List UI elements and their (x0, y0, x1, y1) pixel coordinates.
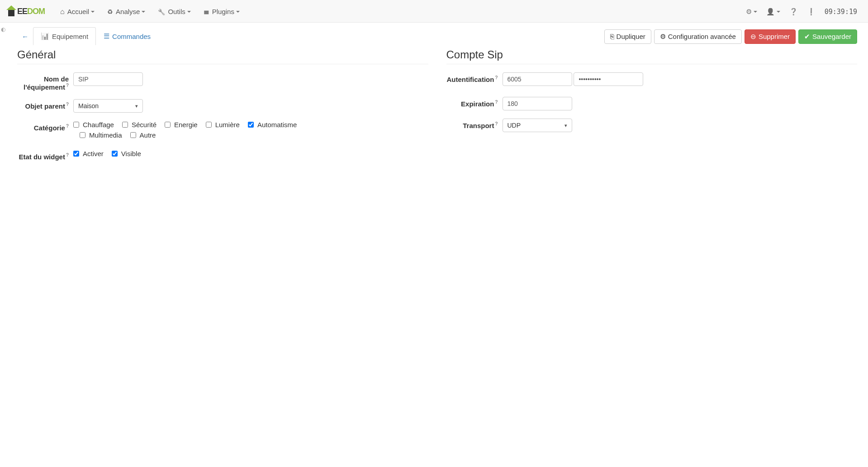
duplicate-button[interactable]: Dupliquer (604, 29, 651, 44)
tab-label: Commandes (112, 33, 151, 40)
equipment-name-input[interactable] (73, 72, 143, 86)
gear-icon (746, 8, 752, 16)
checkbox[interactable] (73, 122, 79, 128)
minus-circle-icon (750, 33, 756, 41)
checkbox-label: Lumière (215, 121, 240, 129)
section-title-general: Général (17, 48, 428, 64)
category-multimedia[interactable]: Multimedia (80, 131, 122, 139)
category-autre[interactable]: Autre (130, 131, 156, 139)
label-widget-state: Etat du widget? (17, 150, 73, 161)
sidebar-toggle-icon[interactable] (1, 26, 5, 33)
content: Général Nom de l'équipement? Objet paren… (17, 48, 857, 169)
logo[interactable]: EEDOM (6, 7, 45, 17)
button-label: Supprimer (759, 33, 790, 40)
transport-select[interactable]: UDP (503, 119, 572, 132)
section-title-sip: Compte Sip (446, 48, 858, 64)
delete-button[interactable]: Supprimer (745, 29, 796, 44)
help-icon[interactable]: ? (495, 100, 498, 105)
auth-pass-input[interactable] (574, 72, 643, 86)
category-chauffage[interactable]: Chauffage (73, 121, 114, 129)
help-icon[interactable]: ? (66, 152, 69, 157)
nav-outils[interactable]: Outils (152, 1, 197, 22)
category-securite[interactable]: Sécurité (122, 121, 157, 129)
state-visible[interactable]: Visible (112, 150, 141, 157)
checkbox-label: Energie (174, 121, 198, 129)
user-menu[interactable] (762, 8, 785, 16)
checkbox-label: Chauffage (83, 121, 114, 129)
nav-label: Accueil (67, 8, 89, 15)
checkbox[interactable] (248, 122, 254, 128)
label-authentication: Autentification? (446, 72, 503, 83)
sip-section: Compte Sip Autentification? Expiration? … (446, 48, 858, 169)
help-icon[interactable]: ? (495, 121, 498, 126)
category-automatisme[interactable]: Automatisme (248, 121, 297, 129)
state-checkboxes: Activer Visible (73, 150, 428, 160)
help-icon[interactable]: ? (495, 75, 498, 80)
help-icon[interactable]: ? (66, 124, 69, 129)
help-icon (789, 8, 798, 16)
state-activer[interactable]: Activer (73, 150, 104, 157)
analyse-icon (107, 8, 113, 15)
action-bar: Equipement Commandes Dupliquer Configura… (17, 27, 857, 46)
checkbox[interactable] (80, 132, 85, 138)
checkbox[interactable] (206, 122, 212, 128)
list-icon (104, 32, 109, 40)
warning-icon (807, 8, 816, 16)
warning-button[interactable] (802, 8, 820, 16)
checkbox-label: Visible (121, 150, 141, 157)
dashboard-icon (41, 32, 49, 40)
row-category: Catégorie? Chauffage Sécurité Energie Lu… (17, 121, 428, 142)
plugins-icon (204, 8, 209, 16)
home-icon (60, 8, 65, 16)
tab-label: Equipement (52, 33, 88, 40)
nav-plugins[interactable]: Plugins (197, 1, 246, 22)
category-energie[interactable]: Energie (165, 121, 198, 129)
logo-text-1: EE (17, 7, 27, 16)
advanced-config-button[interactable]: Configuration avancée (654, 29, 742, 44)
back-icon (22, 33, 28, 40)
row-widget-state: Etat du widget? Activer Visible (17, 150, 428, 161)
user-icon (766, 8, 775, 16)
checkbox-label: Sécurité (132, 121, 157, 129)
help-button[interactable] (785, 8, 802, 16)
chevron-down-icon (187, 11, 191, 13)
category-checkboxes: Chauffage Sécurité Energie Lumière Autom… (73, 121, 428, 142)
label-transport: Transport? (446, 119, 503, 129)
chevron-down-icon (754, 11, 757, 13)
clock: 09:39:19 (820, 8, 862, 16)
help-icon[interactable]: ? (66, 83, 69, 88)
checkbox[interactable] (122, 122, 128, 128)
checkbox[interactable] (112, 151, 118, 157)
wrench-icon (158, 8, 165, 15)
checkbox-label: Autre (140, 131, 156, 139)
parent-object-select[interactable]: Maison (73, 99, 143, 113)
checkbox[interactable] (130, 132, 136, 138)
nav-items: Accueil Analyse Outils Plugins (54, 1, 246, 22)
settings-menu[interactable] (741, 8, 762, 16)
row-parent-object: Objet parent? Maison (17, 99, 428, 113)
nav-accueil[interactable]: Accueil (54, 1, 101, 22)
help-icon[interactable]: ? (66, 102, 69, 107)
chevron-down-icon (142, 11, 145, 13)
expiration-input[interactable] (503, 97, 572, 110)
tab-commandes[interactable]: Commandes (96, 27, 158, 45)
select-value: UDP (508, 122, 521, 129)
top-navbar: EEDOM Accueil Analyse Outils Plugins 09:… (0, 0, 868, 23)
nav-analyse[interactable]: Analyse (101, 1, 152, 22)
category-lumiere[interactable]: Lumière (206, 121, 240, 129)
row-expiration: Expiration? (446, 97, 858, 110)
auth-user-input[interactable] (503, 72, 572, 86)
row-equipment-name: Nom de l'équipement? (17, 72, 428, 91)
button-label: Sauvegarder (812, 33, 851, 40)
button-label: Configuration avancée (668, 33, 736, 40)
save-button[interactable]: Sauvegarder (798, 29, 857, 44)
label-equipment-name: Nom de l'équipement? (17, 72, 73, 91)
checkbox[interactable] (73, 151, 79, 157)
checkbox[interactable] (165, 122, 171, 128)
row-transport: Transport? UDP (446, 119, 858, 132)
chevron-down-icon (91, 11, 95, 13)
nav-label: Analyse (116, 8, 140, 15)
tab-equipement[interactable]: Equipement (33, 27, 96, 45)
back-button[interactable] (17, 29, 33, 44)
checkbox-label: Activer (83, 150, 104, 157)
